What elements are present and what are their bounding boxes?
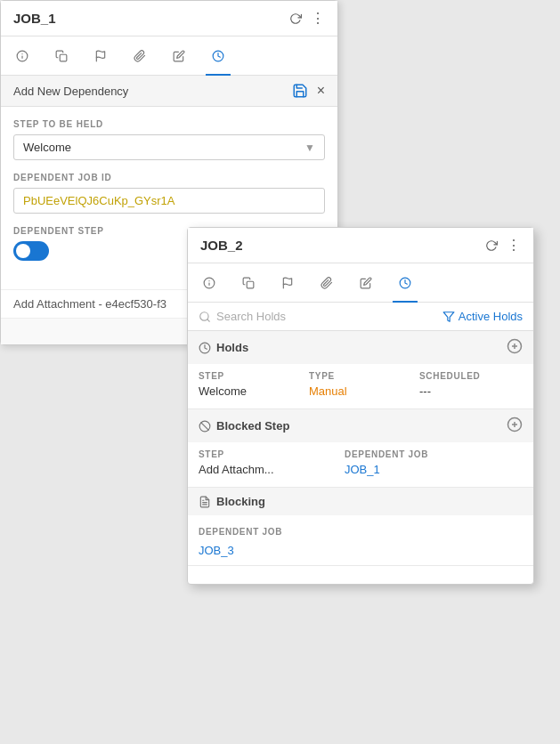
tab-info[interactable] bbox=[10, 44, 35, 69]
holds-section: Holds STEP TYPE SCHEDULED Welcome Manual… bbox=[188, 331, 533, 409]
job2-title: JOB_2 bbox=[200, 238, 243, 253]
holds-section-header: Holds bbox=[188, 331, 533, 364]
holds-row-0-type: Manual bbox=[309, 384, 416, 398]
tab-attach[interactable] bbox=[127, 44, 152, 69]
more-icon[interactable]: ⋮ bbox=[311, 10, 325, 27]
clock-section-icon bbox=[199, 342, 211, 354]
add-dep-icons: × bbox=[292, 83, 325, 99]
holds-section-title: Holds bbox=[216, 341, 248, 354]
holds-table: STEP TYPE SCHEDULED Welcome Manual --- bbox=[188, 364, 533, 408]
blocking-section-title: Blocking bbox=[216, 495, 265, 508]
save-button[interactable] bbox=[292, 83, 308, 99]
search-input-wrap bbox=[199, 310, 435, 323]
blocked-col-step: STEP bbox=[199, 449, 341, 459]
job2-refresh-icon[interactable] bbox=[485, 239, 498, 252]
chevron-down-icon[interactable]: ▼ bbox=[304, 142, 315, 154]
blocked-row-0-step: Add Attachm... bbox=[199, 463, 341, 476]
blocked-col-dep-job: DEPENDENT JOB bbox=[345, 449, 487, 459]
job2-tab-attach[interactable] bbox=[314, 271, 339, 295]
blocking-section: Blocking DEPENDENT JOB JOB_3 bbox=[188, 488, 533, 566]
tab-flag[interactable] bbox=[88, 44, 113, 69]
svg-line-20 bbox=[201, 422, 208, 429]
job2-more-icon[interactable]: ⋮ bbox=[507, 237, 521, 254]
blocked-section-title-wrap: Blocked Step bbox=[199, 419, 289, 433]
holds-col-step: STEP bbox=[199, 371, 305, 381]
job2-panel: JOB_2 ⋮ bbox=[187, 227, 534, 585]
holds-add-icon[interactable] bbox=[507, 338, 523, 357]
holds-col-type: TYPE bbox=[309, 371, 416, 381]
file-section-icon bbox=[199, 496, 211, 508]
dep-job-id-group: DEPENDENT JOB ID PbUEeVElQJ6CuKp_GYsr1A bbox=[13, 173, 325, 214]
job2-tab-clock[interactable] bbox=[393, 271, 418, 295]
holds-row-0: Welcome Manual --- bbox=[199, 384, 523, 398]
job1-title: JOB_1 bbox=[13, 11, 56, 26]
job2-tab-copy[interactable] bbox=[236, 271, 261, 295]
blocked-col-headers: STEP DEPENDENT JOB bbox=[199, 449, 523, 459]
blocking-col-dep-job: DEPENDENT JOB bbox=[199, 527, 282, 537]
svg-line-13 bbox=[207, 319, 210, 321]
blocked-table: STEP DEPENDENT JOB Add Attachm... JOB_1 bbox=[188, 442, 533, 487]
dep-step-toggle[interactable] bbox=[13, 241, 49, 261]
blocked-row-0-dep-job: JOB_1 bbox=[345, 463, 487, 476]
filter-icon bbox=[442, 311, 455, 323]
blocking-col-headers: DEPENDENT JOB bbox=[199, 522, 523, 538]
job2-tab-bar bbox=[188, 263, 533, 303]
filter-active-holds-button[interactable]: Active Holds bbox=[442, 310, 523, 323]
blocked-section-title: Blocked Step bbox=[216, 419, 289, 433]
blocking-table: DEPENDENT JOB JOB_3 bbox=[188, 515, 533, 565]
job2-header-icons: ⋮ bbox=[485, 237, 521, 254]
blocked-section: Blocked Step STEP DEPENDENT JOB Add Atta… bbox=[188, 409, 533, 488]
blocked-section-header: Blocked Step bbox=[188, 409, 533, 442]
svg-rect-3 bbox=[60, 54, 67, 61]
blocking-row-0: JOB_3 bbox=[199, 542, 523, 558]
step-held-input[interactable]: Welcome ▼ bbox=[13, 134, 325, 160]
job1-header: JOB_1 ⋮ bbox=[1, 1, 337, 36]
search-icon bbox=[199, 311, 211, 323]
step-held-value: Welcome bbox=[23, 141, 304, 154]
blocking-row-0-dep-job: JOB_3 bbox=[199, 544, 234, 557]
tab-clock[interactable] bbox=[206, 44, 231, 69]
dep-job-id-label: DEPENDENT JOB ID bbox=[13, 173, 325, 182]
step-held-group: STEP TO BE HELD Welcome ▼ bbox=[13, 119, 325, 160]
svg-rect-9 bbox=[247, 281, 254, 288]
block-section-icon bbox=[199, 420, 211, 433]
close-button[interactable]: × bbox=[317, 83, 325, 99]
holds-row-0-step: Welcome bbox=[199, 384, 305, 398]
holds-row-0-scheduled: --- bbox=[419, 384, 508, 398]
filter-label: Active Holds bbox=[459, 310, 523, 323]
search-bar: Active Holds bbox=[188, 303, 533, 331]
dep-job-id-value[interactable]: PbUEeVElQJ6CuKp_GYsr1A bbox=[13, 188, 325, 214]
tab-copy[interactable] bbox=[49, 44, 74, 69]
add-dep-label: Add New Dependency bbox=[13, 85, 128, 98]
blocking-section-title-wrap: Blocking bbox=[199, 495, 265, 508]
search-input[interactable] bbox=[216, 310, 435, 323]
job2-header: JOB_2 ⋮ bbox=[188, 228, 533, 263]
job2-tab-edit[interactable] bbox=[353, 271, 378, 295]
holds-col-scheduled: SCHEDULED bbox=[419, 371, 508, 381]
holds-section-title-wrap: Holds bbox=[199, 341, 248, 354]
job2-tab-info[interactable] bbox=[197, 271, 222, 295]
step-held-label: STEP TO BE HELD bbox=[13, 119, 325, 129]
job1-tab-bar bbox=[1, 36, 337, 76]
add-dep-bar: Add New Dependency × bbox=[1, 76, 337, 107]
holds-col-headers: STEP TYPE SCHEDULED bbox=[199, 371, 523, 381]
blocking-section-header: Blocking bbox=[188, 488, 533, 515]
svg-marker-14 bbox=[443, 311, 454, 321]
tab-edit[interactable] bbox=[166, 44, 191, 69]
blocked-add-icon[interactable] bbox=[507, 416, 523, 435]
job1-header-icons: ⋮ bbox=[289, 10, 325, 27]
job2-tab-flag[interactable] bbox=[275, 271, 300, 295]
blocked-row-0: Add Attachm... JOB_1 bbox=[199, 463, 523, 476]
refresh-icon[interactable] bbox=[289, 12, 302, 25]
